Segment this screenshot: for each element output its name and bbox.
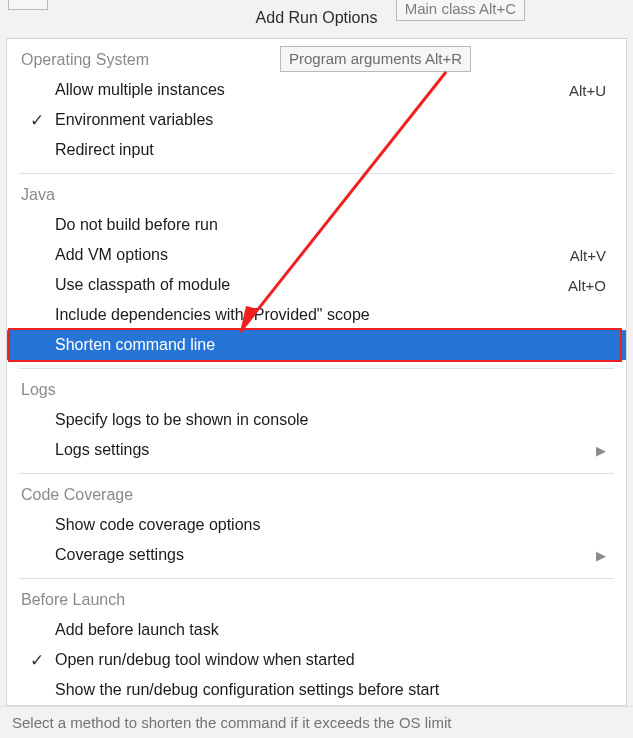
item-do-not-build-before-run[interactable]: Do not build before run — [7, 210, 626, 240]
item-add-vm-options[interactable]: Add VM options Alt+V — [7, 240, 626, 270]
item-use-classpath-of-module[interactable]: Use classpath of module Alt+O — [7, 270, 626, 300]
item-redirect-input[interactable]: Redirect input — [7, 135, 626, 165]
section-logs: Logs — [7, 369, 626, 405]
item-label: Allow multiple instances — [55, 81, 569, 99]
item-label: Show code coverage options — [55, 516, 606, 534]
item-label: Add before launch task — [55, 621, 606, 639]
item-label: Add VM options — [55, 246, 570, 264]
item-open-run-debug-tool-window[interactable]: ✓ Open run/debug tool window when starte… — [7, 645, 626, 675]
chevron-right-icon: ▶ — [596, 443, 606, 458]
add-run-options-popup: Main class Alt+C Program arguments Alt+R… — [0, 0, 633, 738]
tab-stub — [8, 0, 48, 10]
item-label: Open run/debug tool window when started — [55, 651, 606, 669]
item-label: Environment variables — [55, 111, 606, 129]
item-show-code-coverage-options[interactable]: Show code coverage options — [7, 510, 626, 540]
shortcut-text: Alt+U — [569, 82, 606, 99]
status-text: Select a method to shorten the command i… — [12, 714, 451, 731]
item-label: Shorten command line — [55, 336, 606, 354]
section-java: Java — [7, 174, 626, 210]
item-specify-logs[interactable]: Specify logs to be shown in console — [7, 405, 626, 435]
item-label: Include dependencies with "Provided" sco… — [55, 306, 606, 324]
section-before-launch: Before Launch — [7, 579, 626, 615]
item-add-before-launch-task[interactable]: Add before launch task — [7, 615, 626, 645]
item-show-config-settings-before-start[interactable]: Show the run/debug configuration setting… — [7, 675, 626, 705]
item-environment-variables[interactable]: ✓ Environment variables — [7, 105, 626, 135]
section-code-coverage: Code Coverage — [7, 474, 626, 510]
options-panel: Operating System Allow multiple instance… — [6, 38, 627, 706]
item-label: Use classpath of module — [55, 276, 568, 294]
tooltip-main-class: Main class Alt+C — [396, 0, 525, 21]
item-logs-settings[interactable]: Logs settings ▶ — [7, 435, 626, 465]
chevron-right-icon: ▶ — [596, 548, 606, 563]
popup-title: Add Run Options — [0, 9, 633, 27]
shortcut-text: Alt+V — [570, 247, 606, 264]
tooltip-program-arguments: Program arguments Alt+R — [280, 46, 471, 72]
shortcut-text: Alt+O — [568, 277, 606, 294]
status-bar: Select a method to shorten the command i… — [0, 706, 633, 738]
item-allow-multiple-instances[interactable]: Allow multiple instances Alt+U — [7, 75, 626, 105]
item-label: Do not build before run — [55, 216, 606, 234]
check-icon: ✓ — [27, 650, 47, 671]
item-label: Logs settings — [55, 441, 592, 459]
title-bar: Add Run Options — [0, 0, 633, 38]
item-include-provided-dependencies[interactable]: Include dependencies with "Provided" sco… — [7, 300, 626, 330]
item-label: Specify logs to be shown in console — [55, 411, 606, 429]
item-shorten-command-line[interactable]: Shorten command line — [7, 330, 626, 360]
item-label: Coverage settings — [55, 546, 592, 564]
item-label: Show the run/debug configuration setting… — [55, 681, 606, 699]
item-label: Redirect input — [55, 141, 606, 159]
check-icon: ✓ — [27, 110, 47, 131]
item-coverage-settings[interactable]: Coverage settings ▶ — [7, 540, 626, 570]
